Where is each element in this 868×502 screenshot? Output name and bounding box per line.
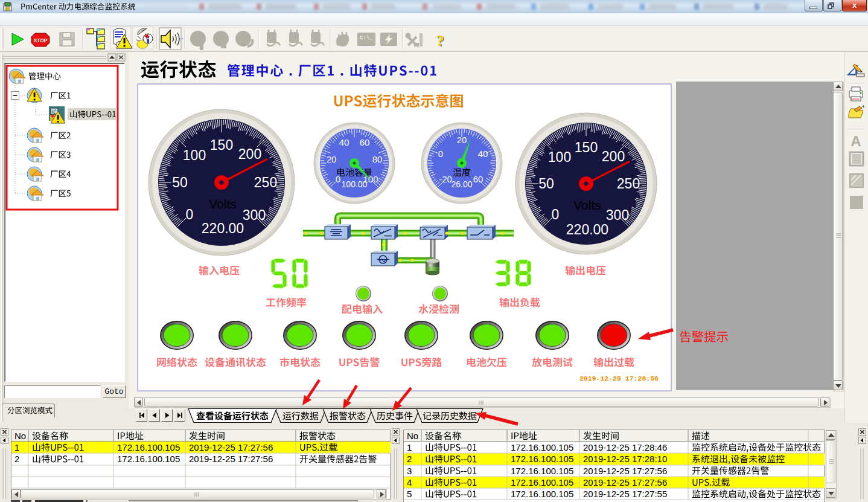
svg-text:0: 0 (186, 207, 194, 222)
svg-text:STOP: STOP (34, 37, 48, 43)
svg-text:220.00: 220.00 (566, 222, 608, 237)
svg-text:40: 40 (478, 149, 488, 159)
svg-text:0: 0 (438, 149, 443, 159)
svg-text:2019-12-25 17:27:56: 2019-12-25 17:27:56 (189, 442, 273, 452)
svg-text:-20: -20 (439, 174, 452, 184)
svg-text:5: 5 (407, 489, 412, 499)
svg-text:50: 50 (172, 175, 188, 190)
svg-text:100: 100 (183, 147, 206, 163)
svg-text:3: 3 (407, 466, 412, 476)
svg-text:2: 2 (407, 454, 412, 464)
svg-text:300: 300 (606, 207, 629, 223)
svg-text:2019-12-25 17:27:56: 2019-12-25 17:27:56 (189, 454, 273, 464)
svg-text:A: A (850, 133, 861, 149)
svg-text:60: 60 (360, 137, 370, 147)
svg-text:172.16.100.105: 172.16.100.105 (117, 442, 180, 452)
svg-text:250: 250 (617, 176, 640, 191)
svg-text:Volts: Volts (209, 197, 237, 211)
svg-text:150: 150 (575, 140, 598, 155)
svg-text:0: 0 (336, 174, 340, 184)
svg-text:2019-12-25 17:27:56: 2019-12-25 17:27:56 (583, 466, 667, 476)
svg-text:172.16.100.105: 172.16.100.105 (117, 454, 180, 464)
svg-text:172.16.100.105: 172.16.100.105 (511, 477, 573, 488)
svg-text:26.00: 26.00 (451, 179, 472, 189)
svg-text:No: No (407, 431, 418, 441)
svg-text:2019-12-25 17:27:55: 2019-12-25 17:27:55 (583, 489, 667, 499)
svg-text:?: ? (436, 32, 444, 50)
svg-text:80: 80 (372, 154, 383, 164)
svg-text:60: 60 (473, 174, 483, 184)
svg-text:50: 50 (538, 176, 554, 191)
svg-text:4: 4 (407, 477, 412, 488)
svg-text:200: 200 (238, 146, 261, 162)
svg-text:0: 0 (552, 207, 560, 222)
svg-text:100: 100 (548, 149, 571, 165)
svg-text:2019-12-25 17:27:56: 2019-12-25 17:27:56 (583, 477, 667, 488)
svg-text:172.16.100.105: 172.16.100.105 (511, 454, 573, 464)
svg-text:2019-12-25 17:28:58: 2019-12-25 17:28:58 (579, 375, 659, 382)
svg-text:172.16.100.105: 172.16.100.105 (511, 442, 573, 452)
svg-text:1: 1 (14, 442, 19, 452)
svg-text:2: 2 (14, 454, 19, 464)
svg-text:20: 20 (327, 154, 337, 164)
svg-text:172.16.100.105: 172.16.100.105 (511, 489, 573, 499)
svg-text:2019-12-25 17:28:10: 2019-12-25 17:28:10 (583, 454, 667, 464)
svg-text:No: No (14, 431, 26, 441)
svg-text:300: 300 (243, 207, 266, 223)
svg-text:250: 250 (254, 175, 277, 190)
svg-text:C:\_: C:\_ (360, 35, 373, 41)
svg-text:150: 150 (210, 137, 233, 153)
svg-text:20: 20 (457, 135, 467, 145)
svg-text:40: 40 (339, 137, 349, 147)
svg-text:100.00: 100.00 (342, 179, 368, 189)
svg-text:Volts: Volts (573, 198, 601, 212)
svg-text:172.16.100.105: 172.16.100.105 (511, 466, 573, 476)
svg-text:200: 200 (602, 149, 625, 164)
svg-text:2019-12-25 17:28:46: 2019-12-25 17:28:46 (583, 442, 667, 452)
svg-text:220.00: 220.00 (202, 220, 244, 236)
svg-text:1: 1 (407, 442, 412, 452)
